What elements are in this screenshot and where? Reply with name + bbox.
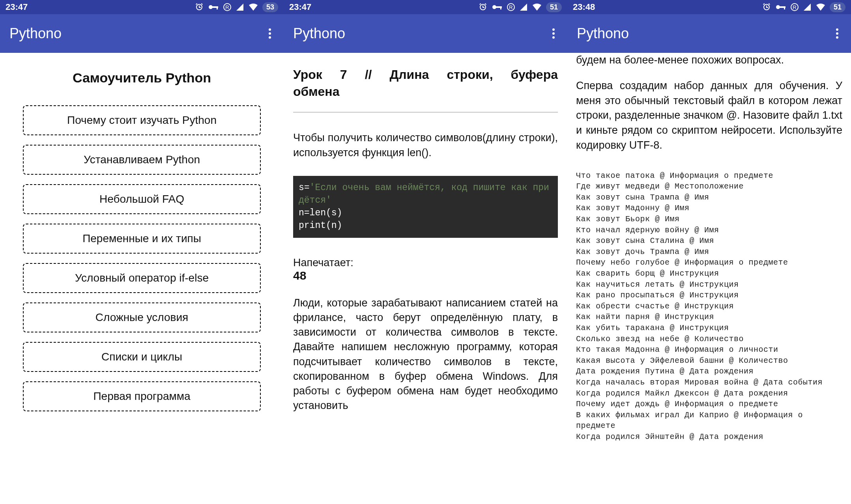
lesson-item[interactable]: Переменные и их типы: [23, 224, 261, 254]
lesson-title-line2: обмена: [293, 84, 339, 99]
paragraph: Чтобы получить количество символов(длину…: [293, 131, 558, 160]
status-icons: R 53: [195, 2, 278, 12]
alarm-icon: [478, 2, 488, 12]
status-time: 23:47: [289, 2, 311, 12]
code-block: s='Если очень вам неймётся, код пишите к…: [293, 176, 558, 238]
alarm-icon: [762, 2, 771, 12]
phone-screen-1: 23:47 R 53 Pythono Самоучитель Python По…: [0, 0, 284, 504]
svg-rect-12: [784, 6, 785, 9]
code-string: 'Если очень вам неймётся, код пишите как…: [299, 183, 549, 205]
registered-icon: R: [790, 3, 799, 11]
code-text: n=len(s): [299, 208, 342, 218]
article-screen[interactable]: будем на более-менее похожих вопросах. С…: [567, 53, 851, 504]
lesson-item[interactable]: Почему стоит изучать Python: [23, 105, 261, 135]
alarm-icon: [195, 2, 204, 12]
overflow-menu-icon[interactable]: [833, 25, 842, 42]
dataset-block: Что такое патока @ Информация о предмете…: [576, 170, 842, 442]
lesson-item[interactable]: Устанавливаем Python: [23, 145, 261, 175]
three-phone-layout: 23:47 R 53 Pythono Самоучитель Python По…: [0, 0, 851, 504]
wifi-icon: [248, 3, 258, 11]
app-title: Pythono: [9, 25, 62, 42]
wifi-icon: [815, 3, 826, 11]
lesson-item[interactable]: Сложные условия: [23, 302, 261, 332]
paragraph-fragment: будем на более-менее похожих вопросах.: [576, 53, 842, 67]
lesson-item[interactable]: Небольшой FAQ: [23, 184, 261, 214]
code-text: s=: [299, 183, 310, 193]
app-title: Pythono: [577, 25, 629, 42]
app-bar: Pythono: [284, 14, 567, 53]
status-time: 23:48: [573, 2, 595, 12]
output-label: Напечатает:: [293, 257, 558, 269]
lesson-item[interactable]: Списки и циклы: [23, 342, 261, 372]
app-bar: Pythono: [567, 14, 851, 53]
vpn-key-icon: [208, 2, 219, 12]
svg-text:R: R: [793, 4, 796, 10]
phone-screen-3: 23:48 R 51 Pythono будем на более-менее …: [567, 0, 851, 504]
status-icons: R 51: [478, 2, 562, 12]
battery-level: 53: [262, 2, 278, 12]
page-title: Самоучитель Python: [23, 70, 261, 86]
output-value: 48: [293, 269, 558, 282]
paragraph: Люди, которые зарабатывают написанием ст…: [293, 296, 558, 413]
wifi-icon: [532, 3, 542, 11]
battery-level: 51: [830, 2, 845, 12]
svg-text:R: R: [225, 4, 229, 10]
divider: [293, 112, 558, 112]
status-bar: 23:47 R 53: [0, 0, 284, 14]
registered-icon: R: [223, 3, 232, 11]
registered-icon: R: [507, 3, 515, 11]
phone-screen-2: 23:47 R 51 Pythono Урок 7 // Длина строк…: [284, 0, 567, 504]
lesson-item[interactable]: Условный оператор if-else: [23, 263, 261, 293]
paragraph: Сперва создадим набор данных для обучени…: [576, 78, 842, 153]
overflow-menu-icon[interactable]: [549, 25, 558, 42]
vpn-key-icon: [775, 2, 786, 12]
status-bar: 23:48 R 51: [567, 0, 851, 14]
app-title: Pythono: [293, 25, 345, 42]
signal-icon: [236, 3, 244, 11]
battery-level: 51: [546, 2, 562, 12]
lesson-title: Урок 7 // Длина строки, буфера обмена: [293, 66, 558, 100]
code-text: print(n): [299, 220, 342, 231]
signal-icon: [803, 3, 812, 11]
vpn-key-icon: [492, 2, 503, 12]
lesson-detail-screen[interactable]: Урок 7 // Длина строки, буфера обмена Чт…: [284, 53, 567, 504]
app-bar: Pythono: [0, 14, 284, 53]
status-bar: 23:47 R 51: [284, 0, 567, 14]
signal-icon: [519, 3, 528, 11]
svg-rect-7: [500, 6, 501, 9]
lesson-title-line1: Урок 7 // Длина строки, буфера: [293, 67, 558, 82]
svg-rect-2: [217, 6, 218, 9]
overflow-menu-icon[interactable]: [266, 25, 274, 42]
status-time: 23:47: [6, 2, 28, 12]
status-icons: R 51: [762, 2, 845, 12]
lesson-list-screen: Самоучитель Python Почему стоит изучать …: [0, 53, 284, 504]
svg-text:R: R: [509, 4, 512, 10]
lesson-item[interactable]: Первая программа: [23, 381, 261, 411]
